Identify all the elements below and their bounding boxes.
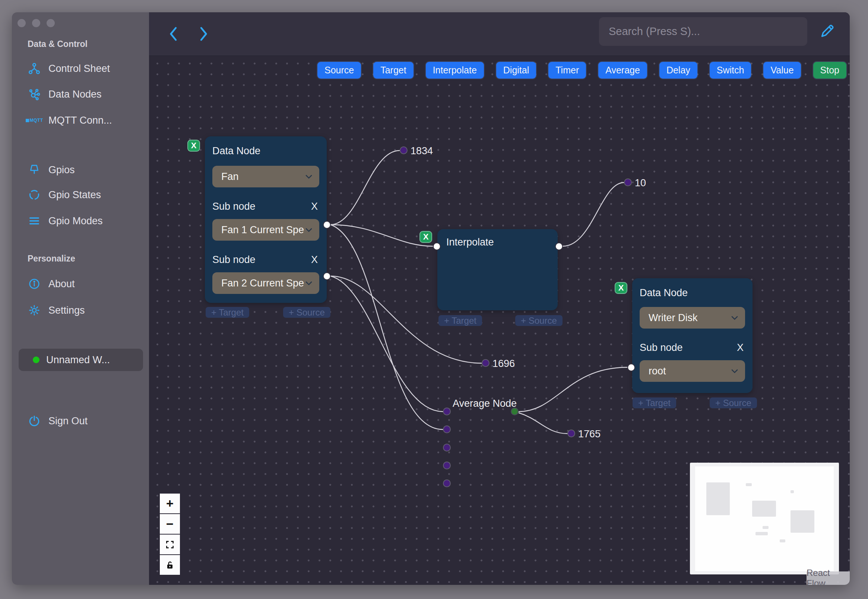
chevron-down-icon (730, 367, 739, 375)
add-target-button[interactable]: + Target (438, 315, 482, 326)
edge-value-dot[interactable] (400, 146, 408, 154)
add-source-button[interactable]: + Source (283, 307, 331, 318)
window-controls[interactable] (18, 19, 55, 27)
sidebar-item-label: Sign Out (48, 415, 87, 427)
edge-value-dot[interactable] (624, 178, 632, 186)
remove-subnode-button[interactable]: X (310, 201, 319, 212)
sidebar-item-label: Gpio Modes (48, 215, 103, 227)
data-nodes-icon (27, 87, 41, 101)
average-target-handle[interactable] (443, 479, 451, 487)
maximize-window-icon[interactable] (47, 19, 55, 27)
edit-pencil-icon[interactable] (817, 20, 837, 43)
palette-button-value[interactable]: Value (763, 62, 800, 78)
source-handle[interactable] (323, 272, 331, 280)
fit-view-button[interactable] (160, 534, 180, 554)
chevron-down-icon (304, 225, 313, 234)
minimap-node (755, 532, 768, 535)
zoom-out-button[interactable]: − (160, 514, 180, 534)
minimap-node (746, 483, 752, 486)
sidebar-item-label: Gpios (48, 164, 75, 176)
sidebar-item-label: MQTT Conn... (48, 115, 112, 126)
subnode-select[interactable]: Fan 1 Current Spe (212, 219, 319, 241)
gear-icon (27, 304, 41, 317)
edge-value-dot[interactable] (482, 359, 489, 367)
device-select[interactable]: Writer Disk (639, 307, 745, 328)
palette-button-stop[interactable]: Stop (813, 62, 846, 78)
average-target-handle[interactable] (443, 444, 451, 452)
sidebar-item-mqtt[interactable]: MQTT MQTT Conn... (23, 112, 144, 128)
sidebar-item-workspace[interactable]: Unnamed W... (19, 349, 143, 371)
info-icon (27, 277, 41, 290)
edge-value-label: 1765 (578, 428, 600, 440)
average-target-handle[interactable] (443, 425, 451, 433)
sidebar-item-about[interactable]: About (23, 275, 144, 292)
sidebar-item-label: Control Sheet (48, 63, 110, 75)
delete-node-button[interactable]: X (187, 140, 200, 152)
sidebar-item-gpios[interactable]: Gpios (23, 162, 144, 178)
target-handle[interactable] (627, 364, 635, 372)
forward-button[interactable] (195, 26, 212, 42)
palette-button-interpolate[interactable]: Interpolate (426, 62, 484, 78)
palette-button-switch[interactable]: Switch (710, 62, 751, 78)
chevron-down-icon (304, 172, 313, 181)
palette-button-digital[interactable]: Digital (496, 62, 536, 78)
data-node-fan[interactable]: Data Node Fan Sub node X Fan 1 Current S… (205, 136, 327, 303)
source-handle[interactable] (323, 221, 331, 229)
sidebar-item-data-nodes[interactable]: Data Nodes (23, 86, 144, 102)
add-target-button[interactable]: + Target (633, 397, 676, 408)
node-title: Data Node (639, 287, 745, 299)
sidebar-item-settings[interactable]: Settings (23, 302, 144, 319)
data-node-writer-disk[interactable]: Data Node Writer Disk Sub node X root (632, 278, 752, 393)
zoom-in-button[interactable]: + (160, 494, 180, 513)
lock-button[interactable] (160, 555, 180, 575)
edge-value-dot[interactable] (567, 429, 575, 437)
palette-button-target[interactable]: Target (373, 62, 413, 78)
chevron-down-icon (730, 313, 739, 322)
sidebar-item-gpio-states[interactable]: Gpio States (23, 187, 144, 203)
average-target-handle[interactable] (443, 408, 451, 415)
add-target-button[interactable]: + Target (206, 307, 249, 318)
source-handle[interactable] (555, 242, 563, 250)
react-flow-attribution[interactable]: React Flow (806, 572, 850, 585)
delete-node-button[interactable]: X (420, 231, 432, 243)
search-input[interactable] (599, 17, 807, 46)
add-source-button[interactable]: + Source (710, 397, 757, 408)
close-window-icon[interactable] (18, 19, 26, 27)
add-source-button[interactable]: + Source (515, 315, 563, 326)
edge-value-label: 1834 (411, 145, 433, 157)
minimize-window-icon[interactable] (32, 19, 40, 27)
back-button[interactable] (165, 26, 182, 42)
node-title: Interpolate (446, 236, 549, 248)
node-title: Data Node (212, 145, 319, 157)
minimap[interactable] (690, 463, 839, 574)
average-target-handle[interactable] (443, 462, 451, 470)
sidebar-item-gpio-modes[interactable]: Gpio Modes (23, 213, 144, 229)
device-select-value: Fan (221, 171, 239, 182)
subnode-select[interactable]: Fan 2 Current Spe (212, 272, 319, 294)
sidebar-item-label: Data Nodes (48, 89, 102, 100)
delete-node-button[interactable]: X (615, 282, 627, 294)
device-select-value: Writer Disk (648, 312, 698, 324)
sidebar-item-control-sheet[interactable]: Control Sheet (23, 60, 144, 77)
flow-canvas-area: Source Target Interpolate Digital Timer … (149, 12, 850, 585)
pin-icon (27, 163, 41, 176)
subnode-label: Sub node (212, 254, 256, 266)
interpolate-node[interactable]: Interpolate (437, 229, 558, 310)
average-source-handle[interactable] (511, 408, 519, 415)
palette-button-delay[interactable]: Delay (659, 62, 697, 78)
sidebar-item-label: Settings (48, 305, 85, 316)
palette-button-timer[interactable]: Timer (548, 62, 586, 78)
subnode-select[interactable]: root (639, 360, 745, 382)
remove-subnode-button[interactable]: X (310, 254, 319, 266)
palette-button-source[interactable]: Source (317, 62, 361, 78)
chevron-down-icon (304, 278, 313, 287)
sidebar-item-sign-out[interactable]: Sign Out (23, 413, 144, 429)
subnode-row: Sub node X (639, 342, 745, 354)
device-select[interactable]: Fan (212, 166, 319, 187)
edge-value-label: 10 (635, 177, 646, 189)
minimap-node (780, 539, 785, 542)
remove-subnode-button[interactable]: X (736, 342, 745, 354)
subnode-row: Sub node X (212, 201, 319, 212)
palette-button-average[interactable]: Average (598, 62, 647, 78)
target-handle[interactable] (433, 242, 441, 250)
